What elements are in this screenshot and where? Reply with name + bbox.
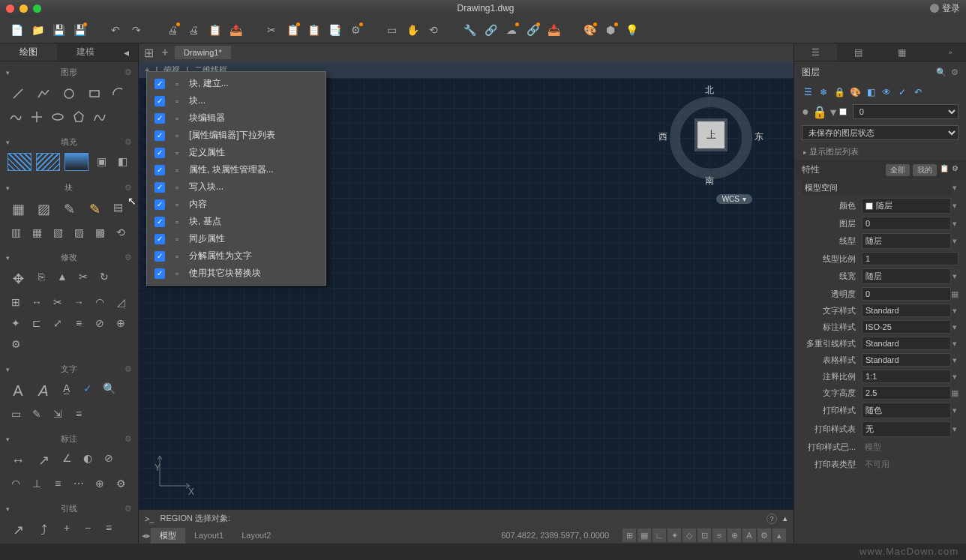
- spell-icon[interactable]: ✓: [78, 379, 98, 398]
- text-edit-icon[interactable]: ✎: [27, 404, 46, 424]
- text-scale-icon[interactable]: ⇲: [48, 404, 68, 424]
- region-icon[interactable]: ◧: [112, 151, 132, 171]
- gear-icon[interactable]: ⚙: [124, 504, 132, 514]
- dim-ord-icon[interactable]: ⊥: [27, 474, 46, 493]
- light-icon[interactable]: 💡: [622, 21, 640, 39]
- cut-icon[interactable]: ✂: [262, 21, 280, 39]
- line-tool-icon[interactable]: [6, 82, 30, 106]
- circle-tool-icon[interactable]: [57, 82, 81, 106]
- trim-icon[interactable]: ✂: [48, 292, 68, 312]
- polyline-tool-icon[interactable]: [32, 82, 56, 106]
- prop-value[interactable]: 0: [862, 217, 951, 230]
- wblock-icon[interactable]: ▧: [48, 223, 68, 242]
- print-preview-icon[interactable]: 🖨: [184, 21, 202, 39]
- stretch-icon[interactable]: ↔: [27, 292, 46, 312]
- gear-icon[interactable]: ⚙: [124, 137, 132, 147]
- materials-icon[interactable]: ⬢: [602, 21, 620, 39]
- edit-block-icon[interactable]: ✎: [57, 197, 81, 221]
- paste-icon[interactable]: 📋: [304, 21, 322, 39]
- dim-continue-icon[interactable]: ⋯: [69, 474, 88, 493]
- dim-angular-icon[interactable]: ∠: [57, 448, 76, 468]
- prop-extra-icon[interactable]: ▦: [951, 388, 958, 398]
- tool-icon[interactable]: 🔧: [460, 21, 478, 39]
- model-tab[interactable]: 模型: [151, 528, 185, 544]
- prop-value[interactable]: 1: [862, 252, 958, 265]
- layer-lock-icon[interactable]: 🔒: [833, 86, 845, 98]
- viewcube-east[interactable]: 东: [754, 130, 764, 143]
- dim-arc-icon[interactable]: ◠: [6, 474, 26, 493]
- context-menu-item[interactable]: ✓▫内容: [150, 196, 322, 213]
- undo-icon[interactable]: ↶: [106, 21, 124, 39]
- tab-draw[interactable]: 绘图: [0, 43, 57, 61]
- prop-value[interactable]: Standard: [862, 304, 951, 317]
- context-menu-item[interactable]: ✓▫块编辑器: [150, 109, 322, 127]
- tab-modeling[interactable]: 建模: [57, 43, 114, 61]
- prop-value[interactable]: 0: [862, 287, 951, 301]
- ortho-icon[interactable]: ∟: [652, 529, 666, 542]
- workspace-icon[interactable]: ⚙: [758, 529, 771, 542]
- layer-search-icon[interactable]: 🔍: [936, 67, 946, 77]
- window-controls[interactable]: [6, 4, 41, 13]
- prop-value[interactable]: 2.5: [862, 386, 951, 400]
- prop-value[interactable]: 随层: [862, 198, 951, 214]
- grid-icon[interactable]: ⊞: [142, 46, 155, 59]
- save-all-icon[interactable]: 💾: [70, 21, 88, 39]
- find-icon[interactable]: 🔍: [99, 379, 118, 398]
- render-icon[interactable]: 🎨: [580, 21, 598, 39]
- layer-off-icon[interactable]: 👁: [880, 86, 892, 98]
- prop-value[interactable]: 随层: [862, 268, 951, 284]
- leader-align-icon[interactable]: ≡: [99, 518, 118, 538]
- bulb-icon[interactable]: ●: [802, 105, 809, 118]
- add-tab-icon[interactable]: +: [158, 46, 172, 59]
- blocks-tab-icon[interactable]: ▦: [880, 43, 923, 61]
- ellipse-tool-icon[interactable]: [48, 107, 68, 127]
- prop-value[interactable]: 随层: [862, 233, 951, 249]
- mtext-icon[interactable]: A: [6, 379, 30, 403]
- otrack-icon[interactable]: ⊡: [698, 529, 711, 542]
- scissors-icon[interactable]: ✂: [74, 267, 93, 286]
- batch-print-icon[interactable]: 📋: [206, 21, 224, 39]
- base-icon[interactable]: ▩: [90, 223, 110, 242]
- context-menu-item[interactable]: ✓▫使用其它块替换块: [150, 265, 322, 282]
- layer-selector[interactable]: 0: [853, 104, 958, 119]
- command-input[interactable]: [236, 514, 760, 523]
- lineweight-icon[interactable]: ≡: [712, 529, 726, 542]
- gear-icon[interactable]: ⚙: [124, 183, 132, 193]
- dim-baseline-icon[interactable]: ≡: [48, 474, 68, 493]
- view-cube[interactable]: 上 北 南 东 西: [658, 85, 764, 190]
- layer-color-swatch[interactable]: [839, 108, 847, 115]
- mleader-icon[interactable]: ↗: [6, 518, 30, 542]
- lock-small-icon[interactable]: 🔒: [812, 105, 827, 119]
- styles-tab-icon[interactable]: ▤: [837, 43, 880, 61]
- prop-value[interactable]: 随色: [862, 403, 951, 418]
- context-menu-item[interactable]: ✓▫块, 基点: [150, 213, 322, 230]
- prop-value[interactable]: ISO-25: [862, 320, 951, 334]
- block-edit-icon[interactable]: ✎: [82, 197, 106, 221]
- login-button[interactable]: 登录: [930, 2, 960, 15]
- prop-value[interactable]: Standard: [862, 353, 951, 367]
- leader-icon[interactable]: ⤴: [32, 518, 56, 542]
- move-tool-icon[interactable]: ✥: [6, 267, 30, 291]
- context-menu-item[interactable]: ✓▫[属性编辑器]下拉列表: [150, 127, 322, 144]
- text-icon[interactable]: A: [32, 379, 56, 403]
- layout2-tab[interactable]: Layout2: [232, 529, 280, 542]
- snap-icon[interactable]: ▦: [638, 529, 651, 542]
- prop-value[interactable]: Standard: [862, 337, 951, 350]
- layers-tab-icon[interactable]: ☰: [794, 43, 837, 61]
- rotate-tool-icon[interactable]: ↻: [94, 267, 114, 286]
- dim-diameter-icon[interactable]: ⊘: [99, 448, 118, 468]
- print-icon[interactable]: 🖨: [164, 21, 182, 39]
- mirror-tool-icon[interactable]: ▲: [52, 267, 72, 286]
- polygon-tool-icon[interactable]: [69, 107, 88, 127]
- leader-add-icon[interactable]: +: [57, 518, 76, 538]
- context-menu-item[interactable]: ✓▫同步属性: [150, 230, 322, 247]
- gear-icon[interactable]: ⚙: [124, 364, 132, 374]
- dim-linear-icon[interactable]: ↔: [6, 448, 30, 472]
- viewcube-south[interactable]: 南: [705, 175, 714, 187]
- chamfer-icon[interactable]: ◿: [111, 292, 130, 312]
- gear-icon[interactable]: ⚙: [124, 434, 132, 444]
- arrow-up-icon[interactable]: ▴: [772, 529, 786, 542]
- context-menu-item[interactable]: ✓▫块, 建立...: [150, 75, 322, 92]
- import-icon[interactable]: 📥: [544, 21, 562, 39]
- minimize-window-icon[interactable]: [20, 4, 28, 13]
